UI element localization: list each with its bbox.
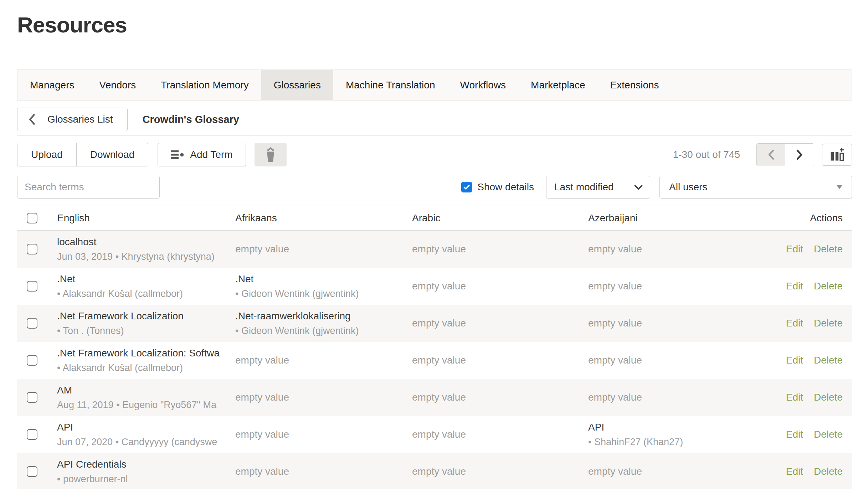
column-header-arabic: Arabic: [402, 206, 578, 230]
sort-select[interactable]: Last modified: [546, 176, 650, 199]
tab-managers[interactable]: Managers: [17, 70, 87, 100]
edit-link[interactable]: Edit: [786, 243, 803, 255]
table-row: localhost Jun 03, 2019 • Khrystyna (khry…: [17, 231, 852, 268]
table-row: AM Aug 11, 2019 • Eugenio "Ryo567" Ma em…: [17, 379, 852, 416]
edit-link[interactable]: Edit: [786, 280, 803, 292]
cell-english: localhost Jun 03, 2019 • Khrystyna (khry…: [47, 231, 225, 268]
trash-icon: [264, 147, 277, 162]
cell-english: AM Aug 11, 2019 • Eugenio "Ryo567" Ma: [47, 379, 225, 416]
cell-afrikaans: empty value: [225, 416, 402, 453]
edit-link[interactable]: Edit: [786, 429, 803, 440]
delete-link[interactable]: Delete: [814, 355, 843, 366]
cell-actions: Edit Delete: [758, 416, 852, 453]
cell-azerbaijani: empty value: [578, 342, 758, 379]
table-header-row: English Afrikaans Arabic Azerbaijani Act…: [17, 206, 852, 231]
filter-row: Show details Last modified All users: [17, 176, 852, 199]
tab-vendors[interactable]: Vendors: [87, 70, 149, 100]
row-checkbox[interactable]: [27, 244, 37, 254]
add-column-button[interactable]: [822, 144, 852, 166]
column-header-actions: Actions: [758, 206, 852, 230]
edit-link[interactable]: Edit: [786, 392, 803, 403]
row-checkbox[interactable]: [27, 466, 37, 477]
row-checkbox[interactable]: [27, 281, 37, 292]
select-all-checkbox[interactable]: [27, 213, 37, 223]
tab-glossaries[interactable]: Glossaries: [261, 70, 333, 100]
cell-english: .Net Framework Localization • Ton . (Ton…: [47, 305, 225, 342]
divider: [17, 135, 852, 136]
cell-afrikaans: empty value: [225, 342, 402, 379]
tab-workflows[interactable]: Workflows: [447, 70, 518, 100]
cell-afrikaans: .Net • Gideon Wentink (gjwentink): [225, 268, 402, 305]
back-button-label: Glossaries List: [47, 114, 113, 125]
column-header-azerbaijani: Azerbaijani: [578, 206, 758, 230]
previous-page-button[interactable]: [757, 144, 785, 166]
delete-link[interactable]: Delete: [814, 280, 843, 292]
term-text: API Credentials: [57, 459, 217, 470]
table-row: API Credentials • powerburner-nl empty v…: [17, 453, 852, 489]
cell-actions: Edit Delete: [758, 268, 852, 305]
tab-extensions[interactable]: Extensions: [598, 70, 672, 100]
term-text: .Net-raamwerklokalisering: [235, 310, 394, 322]
row-checkbox[interactable]: [27, 429, 37, 440]
toolbar-right: 1-30 out of 745: [673, 143, 852, 166]
cell-azerbaijani: empty value: [578, 379, 758, 416]
delete-link[interactable]: Delete: [814, 243, 843, 255]
cell-arabic: empty value: [402, 268, 578, 305]
term-meta: • Alaksandr Košal (callmebor): [57, 362, 217, 374]
delete-link[interactable]: Delete: [814, 318, 843, 329]
cell-arabic: empty value: [402, 231, 578, 268]
empty-value-text: empty value: [588, 280, 750, 292]
empty-value-text: empty value: [412, 392, 570, 403]
edit-link[interactable]: Edit: [786, 318, 803, 329]
empty-value-text: empty value: [235, 466, 394, 477]
cell-azerbaijani: empty value: [578, 268, 758, 305]
delete-link[interactable]: Delete: [814, 392, 843, 403]
term-meta: Aug 11, 2019 • Eugenio "Ryo567" Ma: [57, 400, 217, 411]
pagination-range: 1-30 out of 745: [673, 149, 740, 160]
term-text: API: [588, 422, 750, 433]
cell-arabic: empty value: [402, 416, 578, 453]
resources-tabbar: Managers Vendors Translation Memory Glos…: [17, 70, 852, 101]
row-checkbox[interactable]: [27, 355, 37, 366]
term-meta: • powerburner-nl: [57, 474, 217, 485]
empty-value-text: empty value: [235, 355, 394, 366]
cell-actions: Edit Delete: [758, 231, 852, 268]
delete-link[interactable]: Delete: [814, 466, 843, 477]
tab-marketplace[interactable]: Marketplace: [518, 70, 598, 100]
cell-azerbaijani: empty value: [578, 453, 758, 489]
term-meta: • ShahinF27 (Khan27): [588, 437, 750, 448]
term-text: localhost: [57, 236, 217, 248]
show-details-label: Show details: [477, 181, 534, 193]
term-text: .Net Framework Localization: Softwa: [57, 348, 217, 359]
chevron-left-icon: [28, 114, 35, 125]
empty-value-text: empty value: [412, 243, 570, 255]
delete-selected-button[interactable]: [255, 143, 287, 166]
empty-value-text: empty value: [235, 429, 394, 440]
tab-machine-translation[interactable]: Machine Translation: [333, 70, 448, 100]
empty-value-text: empty value: [412, 280, 570, 292]
upload-button[interactable]: Upload: [17, 143, 76, 166]
term-text: .Net: [235, 273, 394, 285]
edit-link[interactable]: Edit: [786, 355, 803, 366]
edit-link[interactable]: Edit: [786, 466, 803, 477]
cell-afrikaans: empty value: [225, 231, 402, 268]
tab-translation-memory[interactable]: Translation Memory: [148, 70, 261, 100]
table-row: API Jun 07, 2020 • Candyyyyy (candyswe e…: [17, 416, 852, 453]
search-input[interactable]: [17, 176, 160, 199]
check-icon: [463, 184, 470, 190]
add-term-button[interactable]: Add Term: [158, 143, 246, 166]
users-filter-dropdown[interactable]: All users: [659, 176, 852, 199]
download-button[interactable]: Download: [76, 143, 148, 166]
show-details-checkbox[interactable]: [461, 182, 472, 192]
empty-value-text: empty value: [412, 318, 570, 329]
delete-link[interactable]: Delete: [814, 429, 843, 440]
empty-value-text: empty value: [588, 318, 750, 329]
cell-actions: Edit Delete: [758, 305, 852, 342]
next-page-button[interactable]: [785, 144, 814, 166]
glossaries-list-back-button[interactable]: Glossaries List: [17, 108, 128, 131]
row-checkbox[interactable]: [27, 392, 37, 403]
row-checkbox[interactable]: [27, 318, 37, 329]
table-row: .Net • Alaksandr Košal (callmebor) .Net …: [17, 268, 852, 305]
add-term-label: Add Term: [190, 149, 232, 160]
table-row: .Net Framework Localization: Softwa • Al…: [17, 342, 852, 379]
